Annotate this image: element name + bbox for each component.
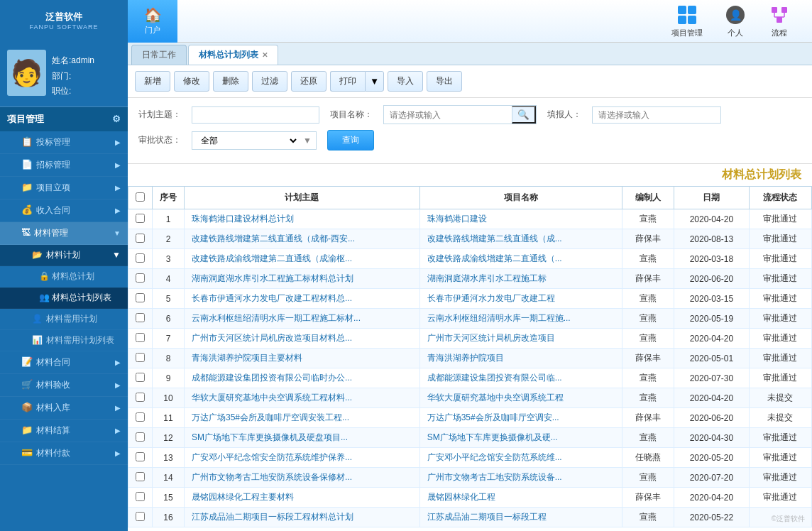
- material-plan-arrow-icon: ▼: [112, 250, 121, 260]
- header-nav-person[interactable]: 👤 个人: [717, 0, 754, 42]
- row-project-name[interactable]: 湖南洞庭湖水库引水工程施工标: [419, 269, 622, 289]
- row-date: 2020-03-18: [674, 249, 749, 269]
- gear-icon[interactable]: ⚙: [112, 114, 121, 124]
- row-checkbox[interactable]: [136, 353, 145, 362]
- sidebar-item-recruit-manage[interactable]: 📄招标管理 ▶: [0, 154, 128, 177]
- row-plan-theme[interactable]: 长春市伊通河水力发电厂改建工程材料总...: [185, 289, 420, 309]
- income-arrow-icon: ▶: [115, 207, 121, 214]
- row-plan-theme[interactable]: 江苏成品油二期项目一标段工程材料总计划: [185, 508, 420, 527]
- row-checkbox[interactable]: [136, 393, 145, 402]
- row-project-name[interactable]: 青海洪湖养护院项目: [419, 349, 622, 368]
- row-project-name[interactable]: SM广场地下车库更换摄像机及硬...: [419, 428, 622, 448]
- row-plan-theme[interactable]: 晟铭园林绿化工程主要材料: [185, 488, 420, 508]
- sidebar-item-material-contract[interactable]: 📝材料合同 ▶: [0, 351, 128, 374]
- row-checkbox[interactable]: [136, 333, 145, 342]
- edit-button[interactable]: 修改: [174, 71, 209, 92]
- avatar: 🧑: [7, 50, 46, 96]
- row-plan-theme[interactable]: 珠海鹤港口建设材料总计划: [185, 209, 420, 229]
- row-plan-theme[interactable]: 广州市天河区统计局机房改造项目材料总...: [185, 329, 420, 349]
- sidebar-item-material-demand-plan[interactable]: 👤 材料需用计划: [0, 309, 128, 330]
- row-project-name[interactable]: 华软大厦研究基地中央空调系统工程: [419, 388, 622, 408]
- row-plan-theme[interactable]: 青海洪湖养护院项目主要材料: [185, 349, 420, 368]
- row-checkbox[interactable]: [136, 432, 145, 442]
- row-checkbox[interactable]: [136, 313, 145, 322]
- tab-material-plan-list[interactable]: 材料总计划列表 ✕: [188, 45, 278, 65]
- row-checkbox[interactable]: [136, 293, 145, 302]
- row-project-name[interactable]: 万达广场35#会所及咖啡厅空调安...: [419, 408, 622, 428]
- row-project-name[interactable]: 改建铁路线增建第二线直通线（成...: [419, 229, 622, 249]
- row-project-name[interactable]: 成都能源建设集团投资有限公司临...: [419, 368, 622, 388]
- row-plan-theme[interactable]: 成都能源建设集团投资有限公司临时办公...: [185, 368, 420, 388]
- sidebar-item-material-payment[interactable]: 💳材料付款 ▶: [0, 442, 128, 465]
- table-row: 16 江苏成品油二期项目一标段工程材料总计划 江苏成品油二期项目一标段工程 宣燕…: [128, 508, 812, 527]
- row-plan-theme[interactable]: 改建铁路成渝线增建第二直通线（成渝枢...: [185, 249, 420, 269]
- row-plan-theme[interactable]: 华软大厦研究基地中央空调系统工程材料...: [185, 388, 420, 408]
- sidebar-item-material-storage[interactable]: 📦材料入库 ▶: [0, 397, 128, 420]
- sidebar-item-material-manage[interactable]: 🏗材料管理 ▼: [0, 222, 128, 245]
- row-checkbox[interactable]: [136, 234, 145, 243]
- row-checkbox[interactable]: [136, 512, 145, 521]
- header-nav-project[interactable]: 项目管理: [664, 0, 710, 42]
- row-project-name[interactable]: 广州市天河区统计局机房改造项目: [419, 329, 622, 349]
- row-project-name[interactable]: 广州市文物考古工地安防系统设备...: [419, 468, 622, 488]
- row-checkbox[interactable]: [136, 214, 145, 223]
- table-row: 12 SM广场地下车库更换摄像机及硬盘项目... SM广场地下车库更换摄像机及硬…: [128, 428, 812, 448]
- row-project-name[interactable]: 江苏成品油二期项目一标段工程: [419, 508, 622, 527]
- restore-button[interactable]: 还原: [291, 71, 327, 92]
- row-status: 审批通过: [749, 428, 811, 448]
- table-row: 14 广州市文物考古工地安防系统设备保修材... 广州市文物考古工地安防系统设备…: [128, 468, 812, 488]
- print-arrow-button[interactable]: ▼: [365, 71, 384, 92]
- row-plan-theme[interactable]: 广安邓小平纪念馆安全防范系统维护保养...: [185, 448, 420, 468]
- tab-material-plan-list-label: 材料总计划列表: [199, 49, 258, 61]
- header-nav-flow[interactable]: 流程: [761, 0, 798, 42]
- sidebar-item-material-demand-plan-list[interactable]: 📊 材料需用计划列表: [0, 330, 128, 351]
- row-plan-theme[interactable]: 广州市文物考古工地安防系统设备保修材...: [185, 468, 420, 488]
- row-status: 审批通过: [749, 309, 811, 329]
- row-plan-theme[interactable]: 万达广场35#会所及咖啡厅空调安装工程...: [185, 408, 420, 428]
- home-nav-item[interactable]: 🏠 门户: [128, 0, 177, 43]
- query-button[interactable]: 查询: [327, 130, 374, 150]
- sidebar-item-project-setup[interactable]: 📁项目立项 ▶: [0, 177, 128, 199]
- approve-status-select[interactable]: 全部 审批通过 未提交 审批中 审批驳回: [192, 132, 299, 149]
- row-checkbox[interactable]: [136, 253, 145, 263]
- sidebar-item-material-inspect[interactable]: 🛒材料验收 ▶: [0, 374, 128, 397]
- tab-close-icon[interactable]: ✕: [262, 51, 268, 59]
- filler-input[interactable]: [593, 107, 720, 123]
- flow-icon: [768, 4, 791, 26]
- print-button[interactable]: 打印: [330, 71, 365, 92]
- row-project-name[interactable]: 云南水利枢纽绍清明水库一期工程施...: [419, 309, 622, 329]
- project-name-search-icon[interactable]: 🔍: [512, 106, 536, 124]
- sidebar-item-bid-manage[interactable]: 📋投标管理 ▶: [0, 131, 128, 154]
- row-checkbox[interactable]: [136, 273, 145, 283]
- row-plan-theme[interactable]: 改建铁路线增建第二线直通线（成都-西安...: [185, 229, 420, 249]
- row-project-name[interactable]: 广安邓小平纪念馆安全防范系统维...: [419, 448, 622, 468]
- sidebar-item-material-total-plan[interactable]: 🔒 材料总计划: [0, 266, 128, 288]
- row-plan-theme[interactable]: SM广场地下车库更换摄像机及硬盘项目...: [185, 428, 420, 448]
- row-checkbox[interactable]: [136, 412, 145, 422]
- row-checkbox[interactable]: [136, 373, 145, 382]
- sidebar-item-material-settle[interactable]: 📁材料结算 ▶: [0, 420, 128, 442]
- tab-daily[interactable]: 日常工作: [131, 45, 187, 65]
- row-checkbox[interactable]: [136, 492, 145, 501]
- sidebar-item-material-total-plan-list[interactable]: 👥 材料总计划列表: [0, 288, 128, 309]
- row-project-name[interactable]: 珠海鹤港口建设: [419, 209, 622, 229]
- sidebar-item-income-contract[interactable]: 💰收入合同 ▶: [0, 199, 128, 222]
- filter-button[interactable]: 过滤: [252, 71, 287, 92]
- select-all-checkbox[interactable]: [136, 192, 145, 202]
- sidebar: 🧑 姓名:admin 部门: 职位: 项目管理 ⚙ 📋投标管理 ▶ 📄招标管理 …: [0, 43, 128, 531]
- plan-theme-input[interactable]: [192, 106, 319, 124]
- delete-button[interactable]: 删除: [213, 71, 248, 92]
- import-button[interactable]: 导入: [388, 71, 423, 92]
- row-project-name[interactable]: 晟铭园林绿化工程: [419, 488, 622, 508]
- sidebar-item-material-plan[interactable]: 📂 材料计划 ▼: [0, 245, 128, 266]
- row-project-name[interactable]: 改建铁路成渝线增建第二直通线（...: [419, 249, 622, 269]
- new-button[interactable]: 新增: [135, 71, 170, 92]
- row-plan-theme[interactable]: 云南水利枢纽绍清明水库一期工程施工标材...: [185, 309, 420, 329]
- row-checkbox[interactable]: [136, 452, 145, 461]
- row-checkbox[interactable]: [136, 472, 145, 481]
- project-name-input[interactable]: [384, 106, 512, 124]
- row-plan-theme[interactable]: 湖南洞庭湖水库引水工程施工标材料总计划: [185, 269, 420, 289]
- export-button[interactable]: 导出: [427, 71, 462, 92]
- row-project-name[interactable]: 长春市伊通河水力发电厂改建工程: [419, 289, 622, 309]
- row-checkbox-cell: [128, 349, 153, 368]
